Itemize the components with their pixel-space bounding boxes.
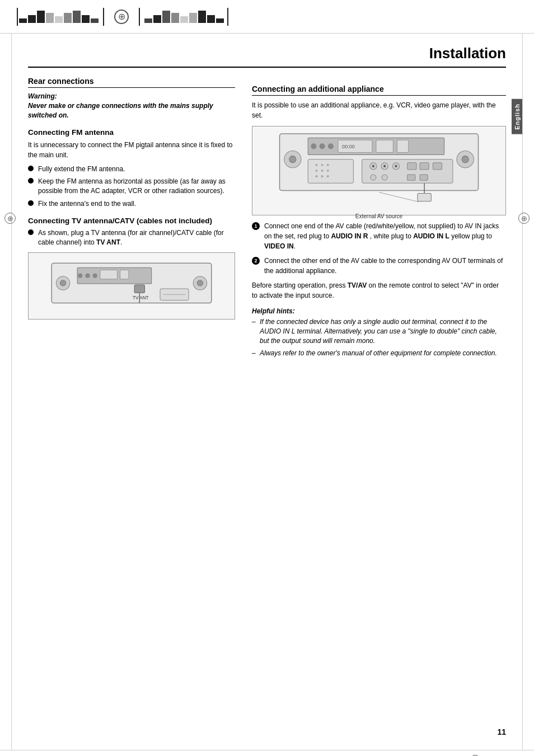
svg-rect-10 — [120, 270, 129, 279]
tv-bullet-1: As shown, plug a TV antenna (for air cha… — [28, 228, 235, 247]
step-2-number: 2 — [252, 257, 260, 265]
rear-connections-heading: Rear connections — [28, 77, 235, 88]
bar-center-line — [103, 8, 104, 26]
left-margin: ⊕ — [0, 34, 17, 750]
fm-bullet-3: Fix the antenna's end to the wall. — [28, 199, 235, 209]
fm-bullet-1: Fully extend the FM antenna. — [28, 165, 235, 174]
external-av-label: External AV source — [257, 213, 501, 219]
svg-point-37 — [321, 175, 324, 177]
svg-rect-51 — [407, 175, 415, 180]
warning-label: Warning: — [28, 92, 235, 100]
svg-point-34 — [321, 170, 324, 172]
svg-point-23 — [320, 143, 325, 149]
step-1: 1 Connect one end of the AV cable (red/w… — [252, 221, 506, 251]
svg-rect-47 — [420, 163, 429, 170]
bullet-icon — [28, 229, 34, 235]
additional-appliance-svg: 00:00 — [257, 131, 501, 210]
svg-point-20 — [462, 156, 469, 163]
svg-point-50 — [382, 175, 387, 180]
fm-antenna-bullets: Fully extend the FM antenna. Keep the FM… — [28, 165, 235, 209]
svg-text:TV ANT: TV ANT — [133, 296, 149, 301]
fm-bullet-3-text: Fix the antenna's end to the wall. — [38, 199, 136, 209]
right-column: English Connecting an additional applian… — [252, 77, 506, 716]
page-title: Installation — [28, 45, 506, 68]
svg-point-18 — [289, 156, 296, 163]
fm-bullet-2-text: Keep the FM antenna as horizontal as pos… — [38, 177, 235, 196]
svg-line-55 — [379, 192, 419, 202]
additional-appliance-intro: It is possible to use an additional appl… — [252, 100, 506, 120]
additional-appliance-diagram: 00:00 — [252, 126, 506, 215]
helpful-hints-list: If the connected device has only a singl… — [252, 317, 506, 358]
step-1-text: Connect one end of the AV cable (red/whi… — [264, 221, 506, 251]
bar-right-line — [227, 8, 228, 26]
hint-1: If the connected device has only a singl… — [252, 317, 506, 345]
bottom-bar: pg001-pg017_DCD778_37-EngA 11 ⊕ 9/2/07, … — [0, 750, 534, 756]
additional-appliance-heading: Connecting an additional appliance — [252, 84, 506, 96]
svg-point-30 — [315, 164, 317, 166]
svg-point-31 — [321, 164, 324, 166]
bullet-icon — [28, 178, 34, 184]
svg-point-45 — [395, 165, 397, 167]
svg-point-22 — [311, 143, 316, 149]
bullet-icon — [28, 166, 34, 171]
svg-point-8 — [93, 274, 97, 278]
left-margin-line — [11, 34, 12, 750]
step-2-text: Connect the other end of the AV cable to… — [264, 256, 506, 276]
helpful-hints-label: Helpful hints: — [252, 307, 506, 315]
fm-bullet-2: Keep the FM antenna as horizontal as pos… — [28, 177, 235, 196]
svg-point-49 — [371, 175, 376, 180]
bullet-icon — [28, 200, 34, 206]
svg-point-41 — [372, 165, 374, 167]
bar-pattern-left — [19, 11, 99, 23]
tv-antenna-diagram: TV ANT — [28, 252, 235, 320]
page-number: 11 — [28, 727, 506, 736]
before-operation-text: Before starting operation, press TV/AV o… — [252, 280, 506, 300]
svg-rect-11 — [134, 285, 144, 293]
bar-center-line2 — [139, 8, 140, 26]
tv-antenna-bullets: As shown, plug a TV antenna (for air cha… — [28, 228, 235, 247]
svg-rect-28 — [397, 140, 408, 152]
svg-point-4 — [197, 280, 203, 286]
svg-point-24 — [328, 143, 334, 149]
fm-bullet-1-text: Fully extend the FM antenna. — [38, 165, 125, 174]
right-margin: ⊕ — [517, 34, 534, 750]
svg-rect-52 — [420, 175, 428, 180]
top-decorative-bar: ⊕ — [0, 0, 534, 34]
right-margin-line — [522, 34, 523, 750]
step-2: 2 Connect the other end of the AV cable … — [252, 256, 506, 276]
page-number-area: 11 — [28, 716, 506, 739]
svg-rect-27 — [376, 140, 393, 152]
svg-point-6 — [78, 274, 82, 278]
left-column: Rear connections Warning: Never make or … — [28, 77, 235, 716]
step-1-number: 1 — [252, 222, 260, 230]
svg-text:00:00: 00:00 — [342, 144, 355, 149]
fm-antenna-intro: It is unnecessary to connect the FM pigt… — [28, 140, 235, 160]
svg-rect-46 — [407, 163, 416, 170]
tv-antenna-heading: Connecting TV antenna/CATV (cables not i… — [28, 217, 235, 225]
svg-point-36 — [315, 175, 317, 177]
fm-antenna-heading: Connecting FM antenna — [28, 128, 235, 137]
warning-text: Never make or change connections with th… — [28, 101, 235, 120]
two-column-layout: Rear connections Warning: Never make or … — [28, 77, 506, 716]
right-crosshair-icon: ⊕ — [518, 213, 530, 224]
left-crosshair-icon: ⊕ — [4, 213, 16, 224]
tv-antenna-svg: TV ANT — [33, 257, 230, 314]
svg-point-2 — [60, 280, 66, 286]
svg-rect-9 — [100, 270, 118, 279]
svg-point-32 — [327, 164, 329, 166]
svg-point-7 — [85, 274, 90, 278]
svg-point-43 — [383, 165, 386, 167]
bar-left-line — [17, 8, 18, 26]
hint-2: Always refer to the owner's manual of ot… — [252, 349, 506, 358]
bar-pattern-right — [144, 11, 224, 23]
svg-rect-54 — [418, 194, 431, 201]
content-area: Installation Rear connections Warning: N… — [17, 34, 517, 750]
top-crosshair-icon: ⊕ — [114, 10, 129, 24]
svg-rect-29 — [308, 159, 353, 184]
svg-point-38 — [327, 175, 329, 177]
svg-point-33 — [315, 170, 317, 172]
svg-rect-48 — [433, 163, 442, 170]
svg-point-35 — [327, 170, 329, 172]
page-container: ⊕ Installation Rear connections Warning:… — [0, 34, 534, 750]
tv-bullet-1-text: As shown, plug a TV antenna (for air cha… — [38, 228, 235, 247]
